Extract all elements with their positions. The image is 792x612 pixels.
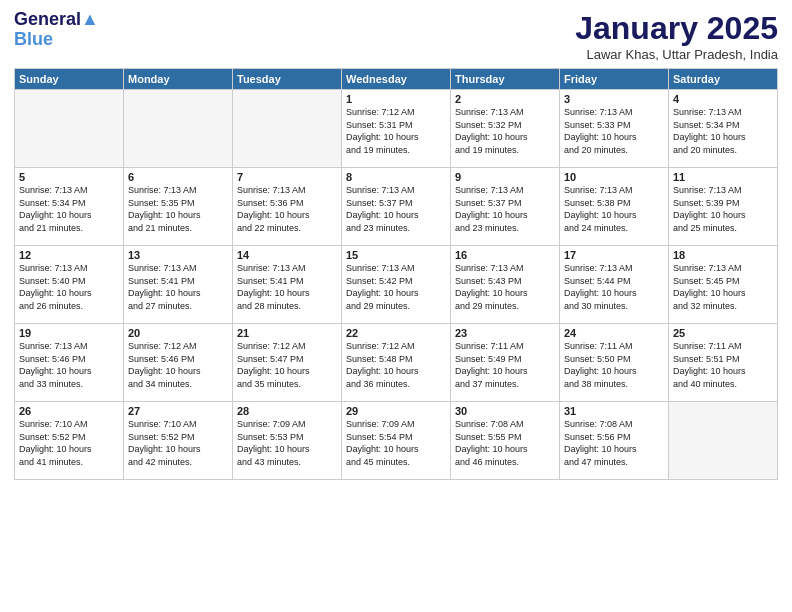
day-number: 28 — [237, 405, 337, 417]
calendar-cell: 6Sunrise: 7:13 AMSunset: 5:35 PMDaylight… — [124, 168, 233, 246]
week-row-5: 26Sunrise: 7:10 AMSunset: 5:52 PMDayligh… — [15, 402, 778, 480]
title-area: January 2025 Lawar Khas, Uttar Pradesh, … — [575, 10, 778, 62]
day-info: Sunrise: 7:10 AMSunset: 5:52 PMDaylight:… — [128, 418, 228, 468]
logo-text2: Blue — [14, 30, 99, 50]
day-info: Sunrise: 7:12 AMSunset: 5:46 PMDaylight:… — [128, 340, 228, 390]
day-info: Sunrise: 7:11 AMSunset: 5:51 PMDaylight:… — [673, 340, 773, 390]
day-info: Sunrise: 7:13 AMSunset: 5:41 PMDaylight:… — [128, 262, 228, 312]
weekday-header-thursday: Thursday — [451, 69, 560, 90]
day-number: 13 — [128, 249, 228, 261]
calendar-cell: 13Sunrise: 7:13 AMSunset: 5:41 PMDayligh… — [124, 246, 233, 324]
calendar-cell: 31Sunrise: 7:08 AMSunset: 5:56 PMDayligh… — [560, 402, 669, 480]
calendar-cell: 2Sunrise: 7:13 AMSunset: 5:32 PMDaylight… — [451, 90, 560, 168]
calendar-cell: 1Sunrise: 7:12 AMSunset: 5:31 PMDaylight… — [342, 90, 451, 168]
day-info: Sunrise: 7:13 AMSunset: 5:37 PMDaylight:… — [346, 184, 446, 234]
weekday-header-monday: Monday — [124, 69, 233, 90]
day-number: 8 — [346, 171, 446, 183]
day-info: Sunrise: 7:13 AMSunset: 5:46 PMDaylight:… — [19, 340, 119, 390]
calendar-cell: 16Sunrise: 7:13 AMSunset: 5:43 PMDayligh… — [451, 246, 560, 324]
day-info: Sunrise: 7:13 AMSunset: 5:35 PMDaylight:… — [128, 184, 228, 234]
day-number: 12 — [19, 249, 119, 261]
day-info: Sunrise: 7:13 AMSunset: 5:43 PMDaylight:… — [455, 262, 555, 312]
calendar-cell: 12Sunrise: 7:13 AMSunset: 5:40 PMDayligh… — [15, 246, 124, 324]
week-row-2: 5Sunrise: 7:13 AMSunset: 5:34 PMDaylight… — [15, 168, 778, 246]
day-info: Sunrise: 7:13 AMSunset: 5:37 PMDaylight:… — [455, 184, 555, 234]
day-number: 2 — [455, 93, 555, 105]
day-info: Sunrise: 7:13 AMSunset: 5:44 PMDaylight:… — [564, 262, 664, 312]
day-info: Sunrise: 7:13 AMSunset: 5:32 PMDaylight:… — [455, 106, 555, 156]
weekday-header-sunday: Sunday — [15, 69, 124, 90]
page-header: General▲ Blue January 2025 Lawar Khas, U… — [14, 10, 778, 62]
calendar-cell — [124, 90, 233, 168]
day-number: 25 — [673, 327, 773, 339]
day-number: 5 — [19, 171, 119, 183]
day-info: Sunrise: 7:11 AMSunset: 5:49 PMDaylight:… — [455, 340, 555, 390]
day-info: Sunrise: 7:13 AMSunset: 5:41 PMDaylight:… — [237, 262, 337, 312]
calendar-cell — [669, 402, 778, 480]
day-info: Sunrise: 7:13 AMSunset: 5:34 PMDaylight:… — [19, 184, 119, 234]
calendar-cell: 14Sunrise: 7:13 AMSunset: 5:41 PMDayligh… — [233, 246, 342, 324]
day-info: Sunrise: 7:09 AMSunset: 5:54 PMDaylight:… — [346, 418, 446, 468]
calendar-cell: 15Sunrise: 7:13 AMSunset: 5:42 PMDayligh… — [342, 246, 451, 324]
calendar-cell: 5Sunrise: 7:13 AMSunset: 5:34 PMDaylight… — [15, 168, 124, 246]
day-info: Sunrise: 7:12 AMSunset: 5:48 PMDaylight:… — [346, 340, 446, 390]
day-number: 27 — [128, 405, 228, 417]
week-row-3: 12Sunrise: 7:13 AMSunset: 5:40 PMDayligh… — [15, 246, 778, 324]
calendar-cell: 29Sunrise: 7:09 AMSunset: 5:54 PMDayligh… — [342, 402, 451, 480]
calendar-cell: 27Sunrise: 7:10 AMSunset: 5:52 PMDayligh… — [124, 402, 233, 480]
day-number: 30 — [455, 405, 555, 417]
calendar-table: SundayMondayTuesdayWednesdayThursdayFrid… — [14, 68, 778, 480]
day-info: Sunrise: 7:13 AMSunset: 5:38 PMDaylight:… — [564, 184, 664, 234]
day-number: 16 — [455, 249, 555, 261]
day-number: 31 — [564, 405, 664, 417]
logo-text: General▲ — [14, 10, 99, 30]
calendar-cell: 3Sunrise: 7:13 AMSunset: 5:33 PMDaylight… — [560, 90, 669, 168]
calendar-cell: 18Sunrise: 7:13 AMSunset: 5:45 PMDayligh… — [669, 246, 778, 324]
day-info: Sunrise: 7:12 AMSunset: 5:31 PMDaylight:… — [346, 106, 446, 156]
day-number: 1 — [346, 93, 446, 105]
day-info: Sunrise: 7:10 AMSunset: 5:52 PMDaylight:… — [19, 418, 119, 468]
day-info: Sunrise: 7:11 AMSunset: 5:50 PMDaylight:… — [564, 340, 664, 390]
day-number: 29 — [346, 405, 446, 417]
weekday-header-friday: Friday — [560, 69, 669, 90]
calendar-cell: 30Sunrise: 7:08 AMSunset: 5:55 PMDayligh… — [451, 402, 560, 480]
week-row-1: 1Sunrise: 7:12 AMSunset: 5:31 PMDaylight… — [15, 90, 778, 168]
day-info: Sunrise: 7:13 AMSunset: 5:33 PMDaylight:… — [564, 106, 664, 156]
day-info: Sunrise: 7:13 AMSunset: 5:36 PMDaylight:… — [237, 184, 337, 234]
weekday-header-tuesday: Tuesday — [233, 69, 342, 90]
day-info: Sunrise: 7:13 AMSunset: 5:34 PMDaylight:… — [673, 106, 773, 156]
day-number: 18 — [673, 249, 773, 261]
day-number: 23 — [455, 327, 555, 339]
day-number: 26 — [19, 405, 119, 417]
day-number: 3 — [564, 93, 664, 105]
day-info: Sunrise: 7:09 AMSunset: 5:53 PMDaylight:… — [237, 418, 337, 468]
calendar-cell: 11Sunrise: 7:13 AMSunset: 5:39 PMDayligh… — [669, 168, 778, 246]
calendar-cell: 28Sunrise: 7:09 AMSunset: 5:53 PMDayligh… — [233, 402, 342, 480]
day-number: 20 — [128, 327, 228, 339]
location: Lawar Khas, Uttar Pradesh, India — [575, 47, 778, 62]
calendar-cell: 24Sunrise: 7:11 AMSunset: 5:50 PMDayligh… — [560, 324, 669, 402]
calendar-cell: 25Sunrise: 7:11 AMSunset: 5:51 PMDayligh… — [669, 324, 778, 402]
calendar-cell — [15, 90, 124, 168]
day-number: 14 — [237, 249, 337, 261]
day-number: 11 — [673, 171, 773, 183]
month-title: January 2025 — [575, 10, 778, 47]
day-number: 6 — [128, 171, 228, 183]
day-info: Sunrise: 7:08 AMSunset: 5:55 PMDaylight:… — [455, 418, 555, 468]
day-number: 4 — [673, 93, 773, 105]
day-number: 21 — [237, 327, 337, 339]
logo: General▲ Blue — [14, 10, 99, 50]
calendar-cell: 4Sunrise: 7:13 AMSunset: 5:34 PMDaylight… — [669, 90, 778, 168]
day-number: 22 — [346, 327, 446, 339]
day-number: 17 — [564, 249, 664, 261]
weekday-header-saturday: Saturday — [669, 69, 778, 90]
calendar-cell — [233, 90, 342, 168]
day-info: Sunrise: 7:13 AMSunset: 5:40 PMDaylight:… — [19, 262, 119, 312]
calendar-cell: 7Sunrise: 7:13 AMSunset: 5:36 PMDaylight… — [233, 168, 342, 246]
day-number: 7 — [237, 171, 337, 183]
day-number: 10 — [564, 171, 664, 183]
day-number: 9 — [455, 171, 555, 183]
calendar-cell: 21Sunrise: 7:12 AMSunset: 5:47 PMDayligh… — [233, 324, 342, 402]
day-info: Sunrise: 7:12 AMSunset: 5:47 PMDaylight:… — [237, 340, 337, 390]
calendar-cell: 19Sunrise: 7:13 AMSunset: 5:46 PMDayligh… — [15, 324, 124, 402]
